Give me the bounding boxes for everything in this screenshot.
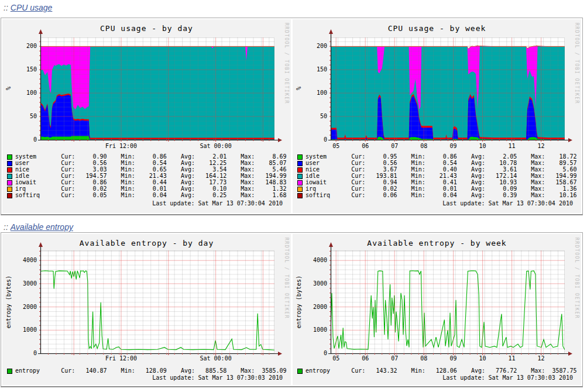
y-tick-label: 150: [15, 67, 37, 73]
x-tick-label: 10: [479, 356, 486, 362]
y-axis-label-box: %: [294, 37, 303, 140]
header-prefix: ::: [4, 3, 8, 12]
legend-swatch-softirq: [297, 193, 303, 198]
graph-cpu-day[interactable]: CPU usage - by day%RRDTOOL / TOBI OETIKE…: [2, 19, 291, 213]
x-tick-label: Fri 12:00: [105, 143, 137, 149]
legend-text: idle Cur: 194.57 Min: 21.43 Avg: 164.12 …: [15, 173, 287, 179]
y-axis-label: %: [296, 87, 302, 90]
y-tick-label: 4000: [15, 257, 37, 263]
last-update: Last update: Sat Mar 13 07:30:04 2010: [152, 201, 283, 207]
chart-title: CPU usage - by week: [293, 24, 581, 33]
x-tick-label: 06: [362, 143, 369, 149]
last-update: Last update: Sat Mar 13 07:30:03 2010: [442, 375, 573, 381]
rrdtool-watermark: RRDTOOL / TOBI OETIKER: [574, 23, 579, 104]
legend-swatch-entropy: [297, 369, 303, 374]
legend-text: irq Cur: 0.02 Min: 0.01 Avg: 0.09 Max: 1…: [305, 186, 577, 192]
y-tick-label: 200: [15, 43, 37, 49]
x-tick-label: 08: [420, 356, 427, 362]
cpu-panel: CPU usage - by day%RRDTOOL / TOBI OETIKE…: [1, 18, 583, 215]
x-tick-label: 06: [362, 356, 369, 362]
y-tick-label: 0: [305, 137, 327, 143]
x-tick-label: 09: [450, 143, 457, 149]
legend-text: nice Cur: 3.03 Min: 0.65 Avg: 3.54 Max: …: [15, 167, 287, 173]
y-tick-label: 150: [305, 67, 327, 73]
y-tick-label: 100: [305, 90, 327, 96]
y-tick-label: 3000: [305, 281, 327, 287]
legend-row: idle Cur: 194.57 Min: 21.43 Avg: 164.12 …: [7, 173, 287, 179]
legend-swatch-iowait: [297, 180, 303, 185]
x-tick-label: 09: [450, 356, 457, 362]
legend-row: softirq Cur: 0.06 Min: 0.04 Avg: 0.39 Ma…: [297, 192, 577, 198]
munin-page: ::CPU usage CPU usage - by day%RRDTOOL /…: [0, 0, 587, 392]
legend-swatch-nice: [297, 167, 303, 173]
y-axis-label: %: [5, 87, 12, 90]
x-tick-label: 11: [509, 356, 516, 362]
graph-entropy-week[interactable]: Available entropy - by weekentropy (byte…: [293, 234, 581, 385]
legend-swatch-system: [297, 154, 303, 160]
entropy-link[interactable]: Available entropy: [11, 222, 73, 232]
graph-cpu-week[interactable]: CPU usage - by week%RRDTOOL / TOBI OETIK…: [293, 19, 581, 213]
graph-entropy-day[interactable]: Available entropy - by dayentropy (bytes…: [2, 234, 291, 385]
y-tick-label: 100: [15, 90, 37, 96]
legend-row: idle Cur: 193.81 Min: 21.43 Avg: 172.14 …: [297, 173, 577, 179]
chart-title: Available entropy - by week: [293, 239, 581, 247]
x-tick-label: 12: [538, 356, 545, 362]
y-tick-label: 4000: [305, 257, 327, 263]
legend-row: nice Cur: 3.67 Min: 0.40 Avg: 3.61 Max: …: [297, 167, 577, 173]
legend-row: user Cur: 0.56 Min: 0.54 Avg: 10.78 Max:…: [297, 160, 577, 166]
legend-text: iowait Cur: 0.94 Min: 0.41 Avg: 10.93 Ma…: [305, 180, 577, 185]
x-tick-label: 05: [332, 356, 339, 362]
legend-row: softirq Cur: 0.05 Min: 0.04 Avg: 0.25 Ma…: [7, 192, 287, 198]
legend-text: iowait Cur: 0.86 Min: 0.44 Avg: 17.73 Ma…: [15, 180, 287, 185]
y-tick-label: 50: [15, 114, 37, 119]
entropy_week-plot: [331, 250, 565, 353]
chart-title: CPU usage - by day: [2, 24, 291, 33]
legend-row: system Cur: 0.90 Min: 0.86 Avg: 2.01 Max…: [7, 154, 287, 160]
legend-text: user Cur: 0.56 Min: 0.54 Avg: 12.25 Max:…: [15, 160, 287, 166]
y-tick-label: 1000: [305, 327, 327, 333]
y-axis-label: entropy (bytes): [5, 276, 12, 328]
legend-text: system Cur: 0.90 Min: 0.86 Avg: 2.01 Max…: [15, 154, 287, 160]
entropy_day-plot: [40, 250, 274, 353]
legend-row: nice Cur: 3.03 Min: 0.65 Avg: 3.54 Max: …: [7, 167, 287, 173]
x-tick-label: 07: [391, 356, 398, 362]
x-tick-label: Fri 12:00: [105, 356, 137, 362]
chart-title: Available entropy - by day: [2, 239, 291, 247]
legend-swatch-iowait: [7, 180, 12, 185]
x-tick-label: 11: [509, 143, 516, 149]
y-tick-label: 2000: [15, 304, 37, 310]
rrdtool-watermark: RRDTOOL / TOBI OETIKER: [284, 238, 289, 319]
legend-text: softirq Cur: 0.06 Min: 0.04 Avg: 0.39 Ma…: [305, 192, 577, 198]
legend-swatch-system: [7, 154, 12, 160]
legend-swatch-idle: [7, 174, 12, 179]
y-tick-label: 0: [15, 137, 37, 143]
rrdtool-watermark: RRDTOOL / TOBI OETIKER: [284, 23, 289, 104]
legend-row: irq Cur: 0.02 Min: 0.01 Avg: 0.10 Max: 1…: [7, 186, 287, 192]
rrdtool-watermark: RRDTOOL / TOBI OETIKER: [574, 238, 579, 319]
legend-row: entropy Cur: 140.87 Min: 128.09 Avg: 885…: [7, 368, 287, 374]
cpu_day-plot: [40, 37, 274, 140]
cpu-usage-link[interactable]: CPU usage: [11, 3, 53, 12]
last-update: Last update: Sat Mar 13 07:30:03 2010: [152, 375, 283, 381]
y-tick-label: 0: [305, 350, 327, 356]
legend-row: entropy Cur: 143.32 Min: 128.06 Avg: 776…: [297, 368, 577, 374]
legend-swatch-irq: [7, 187, 12, 192]
legend-swatch-user: [297, 161, 303, 166]
x-tick-label: 07: [391, 143, 398, 149]
x-tick-label: 10: [479, 143, 486, 149]
y-tick-label: 50: [305, 114, 327, 119]
y-axis-label-box: entropy (bytes): [4, 250, 13, 353]
legend-text: softirq Cur: 0.05 Min: 0.04 Avg: 0.25 Ma…: [15, 192, 287, 198]
y-axis-label-box: %: [4, 37, 13, 140]
legend-swatch-entropy: [7, 369, 12, 374]
legend-text: system Cur: 0.95 Min: 0.86 Avg: 2.05 Max…: [305, 154, 577, 160]
x-tick-label: Sat 00:00: [200, 143, 232, 149]
legend-text: entropy Cur: 143.32 Min: 128.06 Avg: 776…: [305, 368, 577, 374]
header-prefix: ::: [4, 222, 8, 232]
legend-swatch-idle: [297, 174, 303, 179]
y-axis-label: entropy (bytes): [296, 276, 302, 328]
entropy-panel: Available entropy - by dayentropy (bytes…: [1, 232, 583, 387]
legend-row: irq Cur: 0.02 Min: 0.01 Avg: 0.09 Max: 1…: [297, 186, 577, 192]
legend-row: iowait Cur: 0.86 Min: 0.44 Avg: 17.73 Ma…: [7, 180, 287, 185]
legend-row: user Cur: 0.56 Min: 0.54 Avg: 12.25 Max:…: [7, 160, 287, 166]
